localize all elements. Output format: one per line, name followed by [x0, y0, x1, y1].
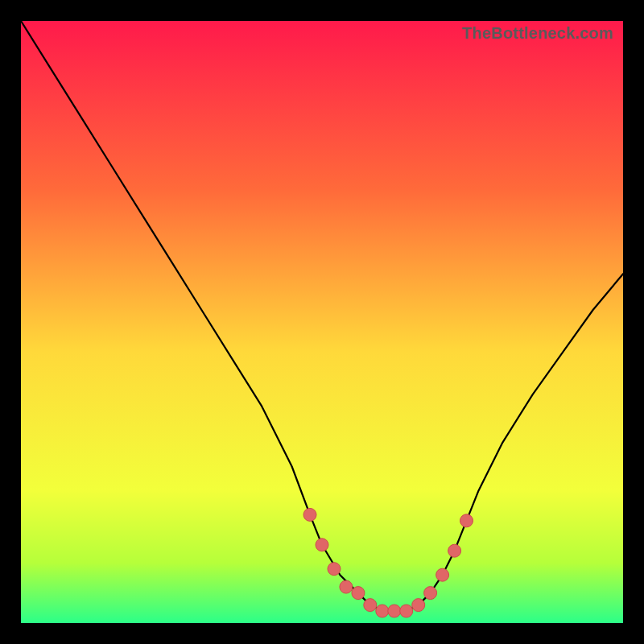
- curve-marker: [400, 605, 413, 617]
- chart-svg: [21, 21, 623, 623]
- watermark-text: TheBottleneck.com: [462, 24, 613, 43]
- curve-marker: [436, 568, 449, 581]
- curve-marker: [376, 605, 389, 617]
- curve-marker: [303, 508, 316, 521]
- curve-marker: [388, 605, 401, 617]
- curve-marker: [328, 563, 341, 576]
- gradient-background: [21, 21, 623, 623]
- curve-marker: [412, 599, 425, 612]
- curve-marker: [340, 580, 353, 593]
- curve-marker: [424, 587, 437, 600]
- curve-marker: [352, 587, 365, 600]
- curve-marker: [364, 599, 377, 612]
- curve-marker: [460, 514, 473, 527]
- curve-marker: [316, 539, 328, 551]
- curve-marker: [448, 544, 461, 557]
- plot-area: TheBottleneck.com: [21, 21, 623, 623]
- outer-black-frame: TheBottleneck.com: [0, 0, 644, 644]
